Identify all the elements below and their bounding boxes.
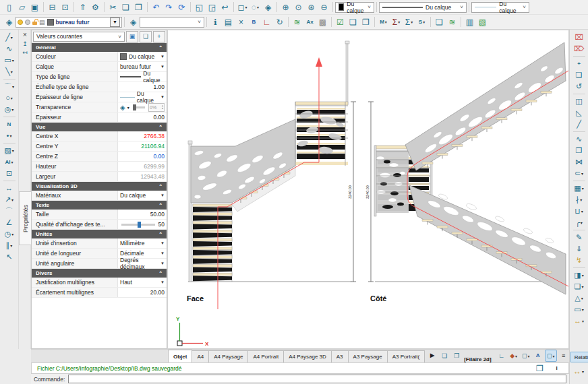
- layer-freeze-icon[interactable]: [25, 20, 30, 25]
- offset-tool[interactable]: ◫: [571, 96, 587, 107]
- property-row-qualit-d-affichage-des-te[interactable]: Qualité d'affichage des te...50: [32, 220, 167, 230]
- cut[interactable]: ✂: [107, 1, 119, 13]
- trim-tool[interactable]: ∤▾: [571, 194, 587, 205]
- angular-dimension-tool[interactable]: ∠: [1, 217, 18, 228]
- clean-tool[interactable]: ↯: [571, 255, 587, 266]
- arc-tool[interactable]: ⌒▾: [1, 81, 18, 92]
- construction-line-tool[interactable]: ╲▾: [1, 66, 18, 77]
- note-tool[interactable]: AI▾: [1, 156, 18, 168]
- weld-tool[interactable]: ⊔▾: [571, 205, 587, 217]
- spinner-arrows-icon[interactable]: ▴▾: [162, 104, 163, 110]
- property-row-couleur[interactable]: CouleurDu calque▼: [32, 52, 167, 62]
- arc-length-dimension-tool[interactable]: ⌒: [1, 205, 18, 217]
- formula-line[interactable]: Σ▾: [390, 16, 403, 28]
- properties-selector-combo[interactable]: Valeurs courantes ˅: [33, 32, 125, 42]
- face-dimension[interactable]: 3240.00: [348, 102, 356, 282]
- chevron-down-icon[interactable]: ▼: [160, 193, 165, 197]
- image-sheet[interactable]: ▥: [463, 16, 476, 28]
- slider-thumb[interactable]: [133, 104, 136, 110]
- make-block-tool[interactable]: ⊡: [1, 168, 18, 179]
- property-row-justification-multilignes[interactable]: Justification multilignesHaut▼: [32, 278, 167, 288]
- sheet-from-template[interactable]: ❐: [451, 350, 462, 361]
- face-view[interactable]: [188, 41, 351, 309]
- scale-tool[interactable]: ◺: [571, 107, 587, 119]
- aligned-dimension-tool[interactable]: ↗▾: [1, 194, 18, 205]
- copy[interactable]: ❏: [119, 1, 132, 13]
- layer-visible-icon[interactable]: [18, 20, 23, 25]
- property-row-mat-riaux[interactable]: MatériauxDu calque▼: [32, 191, 167, 201]
- new-file[interactable]: ▯: [3, 1, 16, 13]
- redo[interactable]: ↷: [163, 1, 175, 13]
- rectangle-tool[interactable]: ▭▾: [1, 55, 18, 66]
- section-header-unit-s[interactable]: Unités⌃: [32, 230, 167, 238]
- cote-dimension[interactable]: 3240.00: [365, 102, 374, 282]
- polyline-tool[interactable]: ∿: [1, 43, 18, 55]
- property-row-centre-x[interactable]: Centre X2766.38: [32, 131, 167, 141]
- sheet-scale[interactable]: ❐: [359, 16, 372, 28]
- display-filter-button[interactable]: ▣: [126, 31, 138, 42]
- property-row-hauteur[interactable]: Hauteur6299.99: [32, 162, 167, 172]
- dimension-style[interactable]: ↔▾: [572, 365, 585, 377]
- lineweight-combo[interactable]: Du calque ˅: [379, 2, 467, 13]
- orbit[interactable]: ◌▾: [249, 1, 262, 13]
- property-row-unit-angulaire[interactable]: Unité angulaireDegrés décimaux▼: [32, 259, 167, 269]
- corner-mode[interactable]: ∟: [496, 350, 507, 361]
- draw-order-tool[interactable]: ❏▾: [571, 281, 587, 292]
- quick-modify[interactable]: ×: [235, 16, 247, 28]
- layer-lock-icon[interactable]: [32, 22, 37, 25]
- measure-tool[interactable]: ↔▾: [571, 315, 587, 327]
- view-cube[interactable]: ◻▾: [236, 1, 249, 13]
- options-gear[interactable]: ⚙: [89, 1, 102, 13]
- face-label[interactable]: Face: [187, 294, 204, 302]
- leader-tool[interactable]: ↖: [1, 251, 18, 263]
- new-sheet-tab[interactable]: ❏: [439, 350, 450, 361]
- view-mode[interactable]: ◻▾: [521, 350, 531, 361]
- zoom-out[interactable]: ⊖: [318, 1, 330, 13]
- print-preview[interactable]: ⊡: [59, 1, 71, 13]
- property-row-transparence[interactable]: Transparence◈▾0%▴▾: [32, 102, 167, 113]
- close-panel-icon[interactable]: ×: [23, 31, 27, 38]
- block-editor[interactable]: B: [247, 16, 260, 28]
- section-header-visualisation-3d[interactable]: Visualisation 3D⌃: [32, 182, 167, 191]
- point-tool[interactable]: •▾: [1, 130, 18, 141]
- cote-view[interactable]: [374, 42, 568, 294]
- rebuild[interactable]: ⟳: [175, 1, 188, 13]
- pattern-tool[interactable]: ▦▾: [571, 183, 587, 194]
- drawing-canvas[interactable]: 3240.00 3240.00: [168, 30, 568, 348]
- undo[interactable]: ↶: [150, 1, 163, 13]
- shapes-tool[interactable]: △▾: [571, 292, 587, 304]
- chevron-down-icon[interactable]: ▼: [160, 95, 165, 99]
- active-layer-combo[interactable]: ▤ bureau futur ▼: [16, 17, 122, 28]
- terrain[interactable]: ≋: [291, 16, 303, 28]
- properties-painter-tool[interactable]: ◨▾: [571, 269, 587, 281]
- entity-info[interactable]: ℹ: [209, 16, 222, 28]
- transparency-slider[interactable]: [133, 106, 145, 108]
- layers-manager[interactable]: ◈: [3, 16, 16, 28]
- group-entities[interactable]: ❏: [433, 16, 446, 28]
- extend-tool[interactable]: ╱: [571, 119, 587, 130]
- sheet-new[interactable]: ❏: [347, 16, 359, 28]
- display-settings[interactable]: ◱: [193, 1, 206, 13]
- sheet-tab-objet[interactable]: Objet: [168, 350, 192, 362]
- power-erase-tool[interactable]: ⌦: [571, 43, 587, 55]
- radius-dimension-tool[interactable]: ◷▾: [1, 228, 18, 240]
- ccs-manager[interactable]: ∟: [260, 16, 273, 28]
- constrained-orbit[interactable]: ◈: [262, 1, 274, 13]
- layer-color-swatch[interactable]: [47, 19, 54, 26]
- spline-tool[interactable]: N: [1, 119, 18, 130]
- copy-entities-tool[interactable]: ❏: [571, 69, 587, 81]
- display-options[interactable]: ◲: [206, 1, 218, 13]
- chevron-down-icon[interactable]: ▼: [160, 251, 165, 255]
- cote-label[interactable]: Côté: [370, 294, 386, 302]
- references[interactable]: ▤: [222, 16, 235, 28]
- sheet-check[interactable]: ☑: [334, 16, 347, 28]
- text-style[interactable]: Ax: [303, 16, 316, 28]
- layer-filter-combo[interactable]: ˅: [140, 17, 204, 28]
- esnap-toggle[interactable]: ◆▾: [508, 350, 519, 361]
- section-header-texte[interactable]: Texte⌃: [32, 201, 167, 210]
- command-input[interactable]: [68, 375, 566, 383]
- mirror-tool[interactable]: ⋈: [571, 156, 587, 168]
- formula-points[interactable]: Σ▾: [403, 16, 415, 28]
- chevron-down-icon[interactable]: ▼: [160, 261, 165, 265]
- layer-settings[interactable]: ◈: [127, 16, 140, 28]
